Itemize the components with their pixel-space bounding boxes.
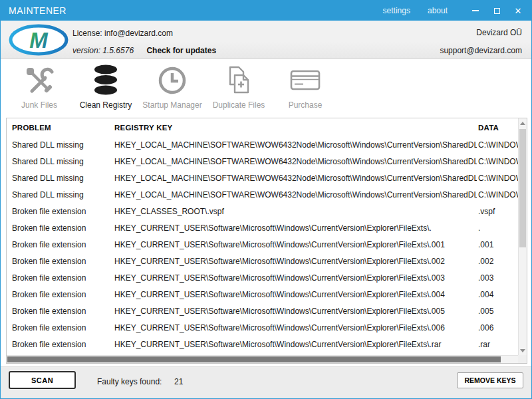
close-icon: ✕ [515, 6, 522, 16]
cell-problem: Broken file extension [12, 203, 112, 220]
duplicate-files-icon [222, 63, 255, 98]
app-logo: M [9, 24, 68, 58]
cell-registry-key: HKEY_CURRENT_USER\Software\Microsoft\Win… [114, 287, 477, 303]
cell-data: .005 [478, 303, 518, 320]
version-text: version: 1.5.6576 [72, 46, 134, 55]
table-row[interactable]: Broken file extension HKEY_CURRENT_USER\… [7, 303, 518, 320]
toolbar-label: Junk Files [21, 100, 57, 110]
maintener-logo-icon: M [9, 24, 68, 56]
settings-link[interactable]: settings [383, 6, 410, 15]
cell-data: C:\WINDOWS [478, 154, 518, 170]
table-row[interactable]: Broken file extension HKEY_CURRENT_USER\… [7, 287, 518, 303]
toolbar-label: Duplicate Files [213, 100, 265, 110]
table-row[interactable]: Shared DLL missing HKEY_LOCAL_MACHINE\SO… [7, 170, 518, 187]
results-table: PROBLEM REGISTRY KEY DATA Shared DLL mis… [6, 118, 527, 364]
faulty-keys-count: 21 [174, 377, 183, 386]
toolbar-item-junk-files[interactable]: Junk Files [6, 63, 72, 110]
cell-data: .vspf [478, 203, 518, 220]
cell-problem: Broken file extension [12, 303, 112, 320]
minimize-icon [472, 10, 479, 11]
maximize-icon [494, 8, 500, 14]
close-button[interactable]: ✕ [507, 1, 529, 21]
scan-button[interactable]: SCAN [9, 371, 76, 389]
cell-problem: Shared DLL missing [12, 154, 112, 170]
vertical-scrollbar[interactable] [518, 118, 527, 355]
table-row[interactable]: Broken file extension HKEY_CLASSES_ROOT\… [7, 203, 518, 220]
toolbar-item-startup-manager[interactable]: Startup Manager [139, 63, 205, 110]
check-updates-link[interactable]: Check for updates [146, 46, 216, 55]
cell-data: .001 [478, 237, 518, 253]
horizontal-scrollbar[interactable] [7, 355, 518, 363]
cell-data: C:\WINDOWS [478, 137, 518, 154]
cell-registry-key: HKEY_CURRENT_USER\Software\Microsoft\Win… [114, 320, 477, 336]
table-row[interactable]: Broken file extension HKEY_CURRENT_USER\… [7, 253, 518, 270]
cell-data: .004 [478, 287, 518, 303]
column-header-registry-key: REGISTRY KEY [114, 124, 172, 132]
cell-problem: Broken file extension [12, 253, 112, 270]
scrollbar-corner [518, 355, 527, 363]
titlebar-controls: settings about ✕ [383, 1, 531, 21]
horizontal-scrollbar-thumb[interactable] [7, 356, 501, 362]
cell-problem: Shared DLL missing [12, 170, 112, 187]
cell-problem: Broken file extension [12, 220, 112, 237]
cell-data: . [478, 220, 518, 237]
cell-problem: Broken file extension [12, 287, 112, 303]
minimize-button[interactable] [465, 1, 486, 21]
startup-manager-icon [156, 63, 189, 98]
about-link[interactable]: about [428, 6, 448, 15]
titlebar: MAINTENER settings about ✕ [1, 1, 531, 21]
junk-files-icon [23, 63, 56, 98]
cell-data: C:\WINDOWS [478, 187, 518, 203]
cell-registry-key: HKEY_CLASSES_ROOT\.vspf [114, 203, 477, 220]
scroll-down-icon[interactable] [520, 349, 525, 352]
cell-registry-key: HKEY_LOCAL_MACHINE\SOFTWARE\WOW6432Node\… [114, 154, 477, 170]
cell-problem: Shared DLL missing [12, 137, 112, 154]
toolbar-label: Clean Registry [80, 100, 132, 110]
cell-data: C:\WINDOWS [478, 170, 518, 187]
maximize-button[interactable] [486, 1, 507, 21]
table-row[interactable]: Broken file extension HKEY_CURRENT_USER\… [7, 220, 518, 237]
purchase-icon [288, 63, 323, 98]
cell-data: .rar [478, 336, 518, 353]
cell-registry-key: HKEY_CURRENT_USER\Software\Microsoft\Win… [114, 270, 477, 287]
cell-registry-key: HKEY_CURRENT_USER\Software\Microsoft\Win… [114, 336, 477, 353]
cell-registry-key: HKEY_CURRENT_USER\Software\Microsoft\Win… [114, 303, 477, 320]
column-header-data: DATA [478, 124, 499, 132]
cell-registry-key: HKEY_CURRENT_USER\Software\Microsoft\Win… [114, 220, 477, 237]
vertical-scrollbar-thumb[interactable] [519, 129, 526, 247]
app-window: MAINTENER settings about ✕ M [0, 0, 532, 399]
table-row[interactable]: Shared DLL missing HKEY_LOCAL_MACHINE\SO… [7, 187, 518, 203]
cell-registry-key: HKEY_LOCAL_MACHINE\SOFTWARE\WOW6432Node\… [114, 170, 477, 187]
cell-data: .006 [478, 320, 518, 336]
svg-text:M: M [29, 28, 49, 53]
column-header-problem: PROBLEM [12, 124, 51, 132]
cell-registry-key: HKEY_CURRENT_USER\Software\Microsoft\Win… [114, 237, 477, 253]
toolbar-item-duplicate-files[interactable]: Duplicate Files [205, 63, 272, 110]
cell-problem: Broken file extension [12, 336, 112, 353]
app-header: M License: info@devizard.com version: 1.… [1, 21, 531, 59]
table-row[interactable]: Broken file extension HKEY_CURRENT_USER\… [7, 237, 518, 253]
toolbar: Junk Files Clean Registry [1, 60, 531, 118]
version-row: version: 1.5.6576 Check for updates [72, 46, 216, 55]
cell-registry-key: HKEY_LOCAL_MACHINE\SOFTWARE\WOW6432Node\… [114, 137, 477, 154]
scroll-up-icon[interactable] [520, 122, 525, 125]
remove-keys-button[interactable]: REMOVE KEYS [457, 372, 523, 388]
toolbar-item-clean-registry[interactable]: Clean Registry [72, 63, 139, 110]
cell-problem: Broken file extension [12, 237, 112, 253]
cell-problem: Shared DLL missing [12, 187, 112, 203]
cell-data: .003 [478, 270, 518, 287]
toolbar-item-purchase[interactable]: Purchase [272, 63, 338, 110]
table-row[interactable]: Broken file extension HKEY_CURRENT_USER\… [7, 320, 518, 336]
table-row[interactable]: Shared DLL missing HKEY_LOCAL_MACHINE\SO… [7, 137, 518, 154]
table-row[interactable]: Broken file extension HKEY_CURRENT_USER\… [7, 336, 518, 353]
toolbar-label: Startup Manager [142, 100, 201, 110]
table-row[interactable]: Shared DLL missing HKEY_LOCAL_MACHINE\SO… [7, 154, 518, 170]
table-body: Shared DLL missing HKEY_LOCAL_MACHINE\SO… [7, 137, 518, 355]
cell-problem: Broken file extension [12, 320, 112, 336]
cell-problem: Broken file extension [12, 270, 112, 287]
support-email: support@devizard.com [440, 46, 522, 55]
table-row[interactable]: Broken file extension HKEY_CURRENT_USER\… [7, 270, 518, 287]
cell-registry-key: HKEY_LOCAL_MACHINE\SOFTWARE\WOW6432Node\… [114, 187, 477, 203]
company-name: Devizard OÜ [476, 28, 522, 37]
app-title: MAINTENER [9, 5, 66, 16]
